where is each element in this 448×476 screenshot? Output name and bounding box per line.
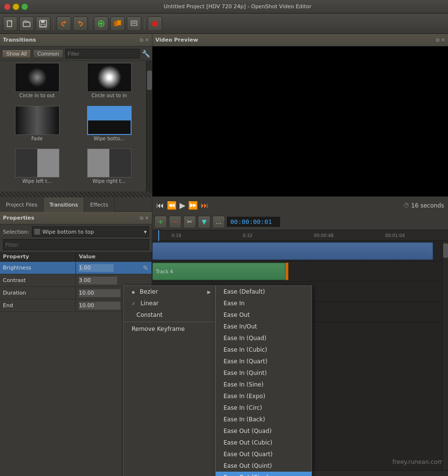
common-button[interactable]: Common xyxy=(33,49,63,58)
ctx-bezier[interactable]: ▪ Bezier ▶ xyxy=(124,286,215,298)
ctx-constant[interactable]: Constant xyxy=(124,309,215,321)
bezier-check-icon: ▪ xyxy=(132,289,135,295)
tab-project-files[interactable]: Project Files xyxy=(0,197,44,212)
transition-thumb-fade[interactable] xyxy=(15,106,60,135)
sub-ease-out-quart[interactable]: Ease Out (Quart) xyxy=(216,448,312,460)
transitions-toolbar: Show All Common 🔧 xyxy=(0,46,152,61)
sub-ease-default[interactable]: Ease (Default) xyxy=(216,286,312,298)
panel-close-icon[interactable]: ✕ xyxy=(145,37,149,43)
linear-check-icon: ✓ xyxy=(132,301,135,306)
tab-effects[interactable]: Effects xyxy=(84,197,114,212)
maximize-button[interactable] xyxy=(21,3,28,10)
sub-ease-in-quint[interactable]: Ease In (Quint) xyxy=(216,367,312,379)
clear-filter-icon[interactable]: 🔧 xyxy=(142,50,150,58)
transition-circle-in-out[interactable]: Circle in to out xyxy=(2,63,72,104)
ruler-mark-0: 0:16 xyxy=(171,233,181,238)
track-4-clip[interactable]: Track 4 xyxy=(152,263,285,280)
transition-thumb-circle-in-out[interactable] xyxy=(15,63,60,92)
play-button[interactable]: ▶ xyxy=(179,201,185,210)
sub-ease-in-sine[interactable]: Ease In (Sine) xyxy=(216,379,312,390)
playhead xyxy=(158,230,159,241)
col-property: Property xyxy=(0,252,76,261)
transitions-scrollbar-thumb[interactable] xyxy=(147,71,152,90)
transition-thumb-wipe-bottom[interactable] xyxy=(87,106,132,135)
transitions-filter-input[interactable] xyxy=(65,49,140,59)
properties-header: Properties ⧉ ✕ xyxy=(0,212,152,224)
video-float-icon[interactable]: ⧉ xyxy=(436,37,439,43)
properties-filter[interactable]: Filter xyxy=(3,239,149,250)
sub-ease-in-quad[interactable]: Ease In (Quad) xyxy=(216,332,312,344)
sub-ease-in-expo[interactable]: Ease In (Expo) xyxy=(216,390,312,402)
sub-ease-out-sine[interactable]: Ease Out (Sine) xyxy=(216,472,312,476)
tl-remove-button[interactable]: − xyxy=(169,216,181,228)
ctx-linear[interactable]: ✓ Linear xyxy=(124,298,215,309)
selection-dropdown[interactable]: Wipe bottom to top ▾ xyxy=(32,226,149,237)
show-all-button[interactable]: Show All xyxy=(2,49,31,58)
props-close-icon[interactable]: ✕ xyxy=(145,215,149,221)
video-preview-title: Video Preview xyxy=(155,37,198,43)
ruler-left-pad xyxy=(152,230,157,240)
sub-ease-out-cubic[interactable]: Ease Out (Cubic) xyxy=(216,437,312,448)
sub-ease-out-quint[interactable]: Ease Out (Quint) xyxy=(216,460,312,472)
export-button[interactable] xyxy=(127,16,141,31)
props-row-brightness[interactable]: Brightness 1.00 ✎ xyxy=(0,262,152,274)
duration-value-text: 10.00 xyxy=(79,290,94,296)
svg-rect-4 xyxy=(41,24,45,27)
skip-back-button[interactable]: ⏮ xyxy=(156,201,164,210)
props-cell-brightness-value: 1.00 ✎ xyxy=(76,262,152,274)
video-close-icon[interactable]: ✕ xyxy=(441,37,445,43)
clock-icon: ⏱ xyxy=(403,202,409,209)
transition-circle-out-in[interactable]: Circle out to in xyxy=(74,63,144,104)
step-forward-button[interactable]: ⏩ xyxy=(188,201,198,210)
transition-thumb-wipe-left[interactable] xyxy=(15,149,60,178)
step-back-button[interactable]: ⏪ xyxy=(167,201,177,210)
sub-ease-in-out[interactable]: Ease In/Out xyxy=(216,321,312,332)
minimize-button[interactable] xyxy=(13,3,19,10)
dropdown-arrow-icon: ▾ xyxy=(144,229,147,235)
redo-button[interactable] xyxy=(73,16,88,31)
sub-ease-out[interactable]: Ease Out xyxy=(216,309,312,321)
sub-ease-in-cubic[interactable]: Ease In (Cubic) xyxy=(216,344,312,356)
tl-down-button[interactable]: ▼ xyxy=(198,216,210,228)
import-button[interactable] xyxy=(110,16,125,31)
transition-label-wipe-right: Wipe right t... xyxy=(92,178,125,184)
svg-rect-0 xyxy=(7,21,12,27)
sub-ease-in-quart[interactable]: Ease In (Quart) xyxy=(216,356,312,367)
transition-fade[interactable]: Fade xyxy=(2,106,72,147)
tl-add-button[interactable]: + xyxy=(154,216,167,228)
tl-cut-button[interactable]: ✂ xyxy=(183,216,196,228)
props-float-icon[interactable]: ⧉ xyxy=(140,215,143,221)
tracks-scrollbar-thumb[interactable] xyxy=(443,243,448,258)
transition-label-fade: Fade xyxy=(31,136,43,141)
save-button[interactable] xyxy=(36,16,50,31)
transition-wipe-left[interactable]: Wipe left t... xyxy=(2,149,72,190)
transition-thumb-circle-out-in[interactable] xyxy=(87,63,132,92)
record-button[interactable] xyxy=(148,16,162,31)
tracks-scrollbar[interactable] xyxy=(442,241,448,470)
col-value: Value xyxy=(76,252,152,261)
sub-ease-in[interactable]: Ease In xyxy=(216,298,312,309)
svg-rect-10 xyxy=(131,21,137,26)
panel-float-icon[interactable]: ⧉ xyxy=(140,37,143,43)
add-track-button[interactable] xyxy=(94,16,108,31)
brightness-edit-icon[interactable]: ✎ xyxy=(143,264,149,272)
skip-end-button[interactable]: ⏭ xyxy=(201,201,209,210)
transition-wipe-right[interactable]: Wipe right t... xyxy=(74,149,144,190)
transition-wipe-bottom[interactable]: Wipe botto... xyxy=(74,106,144,147)
track-clip-blue[interactable] xyxy=(152,242,433,260)
transition-thumb-wipe-right[interactable] xyxy=(87,149,132,178)
tl-more-button[interactable]: … xyxy=(212,216,225,228)
selection-value: Wipe bottom to top xyxy=(42,229,94,235)
new-button[interactable] xyxy=(3,16,17,31)
tab-transitions[interactable]: Transitions xyxy=(44,197,84,212)
undo-button[interactable] xyxy=(57,16,71,31)
sub-ease-in-circ[interactable]: Ease In (Circ) xyxy=(216,402,312,414)
transitions-grid: Circle in to out Circle out to in Fade W… xyxy=(0,61,146,192)
transitions-scrollbar[interactable] xyxy=(146,61,152,192)
sub-ease-in-back[interactable]: Ease In (Back) xyxy=(216,414,312,425)
svg-point-13 xyxy=(152,21,158,27)
open-button[interactable] xyxy=(19,16,34,31)
close-button[interactable] xyxy=(4,3,11,10)
sub-ease-out-quad[interactable]: Ease Out (Quad) xyxy=(216,425,312,437)
ctx-remove-keyframe[interactable]: Remove Keyframe xyxy=(124,323,215,335)
